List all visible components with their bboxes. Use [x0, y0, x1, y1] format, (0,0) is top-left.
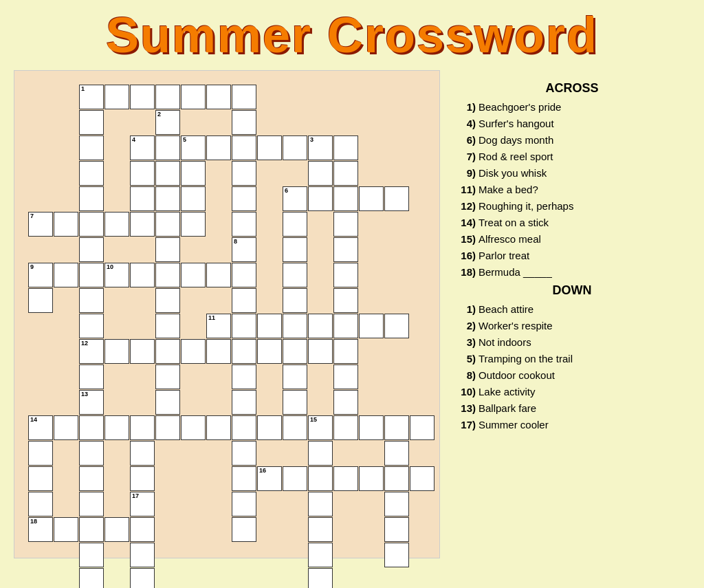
grid-cell[interactable]: [130, 568, 155, 588]
grid-cell[interactable]: [333, 415, 358, 440]
grid-cell[interactable]: [181, 186, 206, 211]
grid-cell[interactable]: 9: [28, 263, 53, 287]
grid-cell[interactable]: [333, 135, 358, 160]
grid-cell[interactable]: [232, 85, 256, 109]
grid-cell[interactable]: [308, 186, 333, 211]
grid-cell[interactable]: 1: [79, 85, 104, 109]
grid-cell[interactable]: [181, 415, 206, 440]
grid-cell[interactable]: [54, 415, 78, 440]
grid-cell[interactable]: [79, 237, 104, 262]
grid-cell[interactable]: [384, 314, 409, 338]
grid-cell[interactable]: [257, 415, 282, 440]
grid-cell[interactable]: [308, 441, 333, 466]
grid-cell[interactable]: [333, 161, 358, 186]
grid-cell[interactable]: [54, 212, 78, 237]
grid-cell[interactable]: [308, 543, 333, 567]
grid-cell[interactable]: [155, 212, 180, 237]
grid-cell[interactable]: [232, 517, 256, 542]
grid-cell[interactable]: [232, 186, 256, 211]
grid-cell[interactable]: [283, 415, 307, 440]
grid-cell[interactable]: [155, 364, 180, 389]
grid-cell[interactable]: [384, 415, 409, 440]
grid-cell[interactable]: [283, 212, 307, 237]
grid-cell[interactable]: [130, 339, 155, 364]
grid-cell[interactable]: 18: [28, 517, 53, 542]
grid-cell[interactable]: [79, 466, 104, 491]
grid-cell[interactable]: [232, 161, 256, 186]
grid-cell[interactable]: [79, 135, 104, 160]
grid-cell[interactable]: 3: [308, 135, 333, 160]
grid-cell[interactable]: [333, 263, 358, 287]
grid-cell[interactable]: [232, 492, 256, 516]
grid-cell[interactable]: 5: [181, 135, 206, 160]
grid-cell[interactable]: [104, 212, 129, 237]
grid-cell[interactable]: [181, 161, 206, 186]
grid-cell[interactable]: [308, 161, 333, 186]
grid-cell[interactable]: [130, 415, 155, 440]
grid-cell[interactable]: [283, 288, 307, 313]
grid-cell[interactable]: [232, 314, 256, 338]
grid-cell[interactable]: [79, 492, 104, 516]
grid-cell[interactable]: [79, 110, 104, 135]
grid-cell[interactable]: [130, 263, 155, 287]
grid-cell[interactable]: 11: [206, 314, 231, 338]
grid-cell[interactable]: [384, 466, 409, 491]
grid-cell[interactable]: [54, 517, 78, 542]
grid-cell[interactable]: [155, 161, 180, 186]
grid-cell[interactable]: [308, 339, 333, 364]
grid-cell[interactable]: [283, 339, 307, 364]
grid-cell[interactable]: [130, 543, 155, 567]
grid-cell[interactable]: [232, 339, 256, 364]
grid-cell[interactable]: [79, 288, 104, 313]
grid-cell[interactable]: [283, 314, 307, 338]
grid-cell[interactable]: [104, 339, 129, 364]
grid-cell[interactable]: [257, 135, 282, 160]
grid-cell[interactable]: [410, 415, 434, 440]
grid-cell[interactable]: [283, 390, 307, 415]
grid-cell[interactable]: [155, 85, 180, 109]
grid-cell[interactable]: 12: [79, 339, 104, 364]
grid-cell[interactable]: [359, 314, 384, 338]
grid-cell[interactable]: [79, 568, 104, 588]
grid-cell[interactable]: [28, 441, 53, 466]
grid-cell[interactable]: [104, 415, 129, 440]
grid-cell[interactable]: [232, 364, 256, 389]
grid-cell[interactable]: [206, 263, 231, 287]
grid-cell[interactable]: [130, 466, 155, 491]
grid-cell[interactable]: [257, 339, 282, 364]
grid-cell[interactable]: [79, 441, 104, 466]
grid-cell[interactable]: 16: [257, 466, 282, 491]
grid-cell[interactable]: [308, 314, 333, 338]
grid-cell[interactable]: [359, 415, 384, 440]
grid-cell[interactable]: [54, 263, 78, 287]
grid-cell[interactable]: 14: [28, 415, 53, 440]
grid-cell[interactable]: [333, 237, 358, 262]
grid-cell[interactable]: [232, 212, 256, 237]
grid-cell[interactable]: [206, 339, 231, 364]
grid-cell[interactable]: [206, 135, 231, 160]
grid-cell[interactable]: [79, 364, 104, 389]
grid-cell[interactable]: [232, 441, 256, 466]
grid-cell[interactable]: [28, 288, 53, 313]
grid-cell[interactable]: [333, 364, 358, 389]
grid-cell[interactable]: [79, 263, 104, 287]
grid-cell[interactable]: 8: [232, 237, 256, 262]
grid-cell[interactable]: [155, 135, 180, 160]
grid-cell[interactable]: [79, 314, 104, 338]
grid-cell[interactable]: [155, 263, 180, 287]
grid-cell[interactable]: [308, 466, 333, 491]
grid-cell[interactable]: [130, 186, 155, 211]
grid-cell[interactable]: [384, 441, 409, 466]
grid-cell[interactable]: [206, 85, 231, 109]
grid-cell[interactable]: [232, 288, 256, 313]
grid-cell[interactable]: [79, 517, 104, 542]
grid-cell[interactable]: [79, 415, 104, 440]
grid-cell[interactable]: [333, 339, 358, 364]
grid-cell[interactable]: [206, 415, 231, 440]
grid-cell[interactable]: 13: [79, 390, 104, 415]
grid-cell[interactable]: 7: [28, 212, 53, 237]
grid-cell[interactable]: [410, 466, 434, 491]
grid-cell[interactable]: [28, 466, 53, 491]
grid-cell[interactable]: [104, 517, 129, 542]
grid-cell[interactable]: [333, 186, 358, 211]
